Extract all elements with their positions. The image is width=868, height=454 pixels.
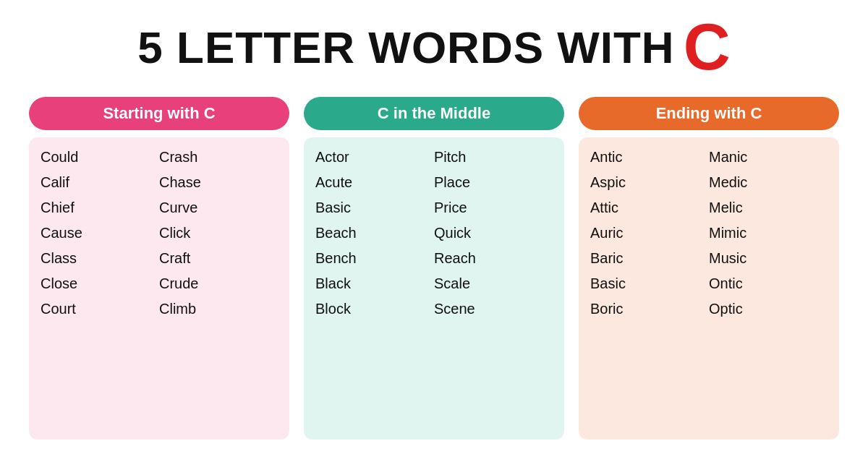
ending-col1: Antic Aspic Attic Auric Baric Basic Bori… xyxy=(590,146,709,431)
list-item: Curve xyxy=(159,197,278,219)
middle-col1: Actor Acute Basic Beach Bench Black Bloc… xyxy=(315,146,434,431)
starting-col1: Could Calif Chief Cause Class Close Cour… xyxy=(41,146,159,431)
list-item: Block xyxy=(315,298,434,320)
list-item: Auric xyxy=(590,222,709,244)
list-item: Beach xyxy=(315,222,434,244)
col-starting: Starting with C Could Calif Chief Cause … xyxy=(29,97,289,440)
header-starting: Starting with C xyxy=(29,97,289,130)
list-item: Antic xyxy=(590,146,709,168)
header-ending: Ending with C xyxy=(579,97,839,130)
list-item: Quick xyxy=(434,222,553,244)
list-item: Reach xyxy=(434,247,553,270)
list-item: Attic xyxy=(590,197,709,219)
list-item: Boric xyxy=(590,298,709,320)
list-item: Manic xyxy=(709,146,827,168)
list-item: Crash xyxy=(159,146,278,168)
list-item: Calif xyxy=(41,171,159,194)
title-row: 5 LETTER WORDS WITH C xyxy=(29,14,839,80)
body-starting: Could Calif Chief Cause Class Close Cour… xyxy=(29,137,289,440)
list-item: Climb xyxy=(159,298,278,320)
list-item: Place xyxy=(434,171,553,194)
list-item: Court xyxy=(41,298,159,320)
list-item: Could xyxy=(41,146,159,168)
body-ending: Antic Aspic Attic Auric Baric Basic Bori… xyxy=(579,137,839,440)
list-item: Basic xyxy=(590,273,709,295)
list-item: Class xyxy=(41,247,159,270)
list-item: Basic xyxy=(315,197,434,219)
header-middle: C in the Middle xyxy=(304,97,564,130)
col-middle: C in the Middle Actor Acute Basic Beach … xyxy=(304,97,564,440)
list-item: Aspic xyxy=(590,171,709,194)
list-item: Pitch xyxy=(434,146,553,168)
list-item: Price xyxy=(434,197,553,219)
list-item: Chase xyxy=(159,171,278,194)
list-item: Bench xyxy=(315,247,434,270)
list-item: Baric xyxy=(590,247,709,270)
list-item: Melic xyxy=(709,197,827,219)
list-item: Mimic xyxy=(709,222,827,244)
list-item: Click xyxy=(159,222,278,244)
list-item: Craft xyxy=(159,247,278,270)
list-item: Music xyxy=(709,247,827,270)
starting-col2: Crash Chase Curve Click Craft Crude Clim… xyxy=(159,146,278,431)
col-ending: Ending with C Antic Aspic Attic Auric Ba… xyxy=(579,97,839,440)
list-item: Ontic xyxy=(709,273,827,295)
body-middle: Actor Acute Basic Beach Bench Black Bloc… xyxy=(304,137,564,440)
separator-1 xyxy=(289,97,304,440)
main-title: 5 LETTER WORDS WITH xyxy=(137,22,674,73)
list-item: Scale xyxy=(434,273,553,295)
list-item: Close xyxy=(41,273,159,295)
list-item: Optic xyxy=(709,298,827,320)
list-item: Scene xyxy=(434,298,553,320)
list-item: Black xyxy=(315,273,434,295)
list-item: Chief xyxy=(41,197,159,219)
ending-col2: Manic Medic Melic Mimic Music Ontic Opti… xyxy=(709,146,827,431)
columns-container: Starting with C Could Calif Chief Cause … xyxy=(29,97,839,440)
list-item: Medic xyxy=(709,171,827,194)
list-item: Crude xyxy=(159,273,278,295)
list-item: Acute xyxy=(315,171,434,194)
page: 5 LETTER WORDS WITH C Starting with C Co… xyxy=(0,0,868,454)
middle-col2: Pitch Place Price Quick Reach Scale Scen… xyxy=(434,146,553,431)
title-letter: C xyxy=(684,14,731,80)
list-item: Actor xyxy=(315,146,434,168)
separator-2 xyxy=(564,97,579,440)
list-item: Cause xyxy=(41,222,159,244)
